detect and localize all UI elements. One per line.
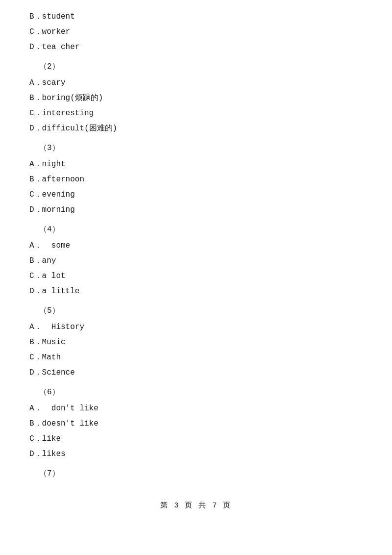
question-number: （7） <box>39 467 363 481</box>
option-item: A． History <box>29 320 363 334</box>
option-item: D．morning <box>29 203 363 217</box>
option-item: A． don't like <box>29 402 363 416</box>
question-number: （6） <box>39 385 363 400</box>
option-item: C．worker <box>29 25 363 39</box>
page-footer: 第 3 页 共 7 页 <box>29 501 363 510</box>
option-item: C．Math <box>29 351 363 365</box>
option-item: C．a lot <box>29 269 363 283</box>
option-item: B．Music <box>29 335 363 350</box>
question-number: （2） <box>39 60 363 74</box>
option-item: C．evening <box>29 188 363 202</box>
option-item: C．like <box>29 432 363 446</box>
question-number: （5） <box>39 304 363 318</box>
option-item: B．boring(烦躁的) <box>29 91 363 105</box>
option-item: D．difficult(困难的) <box>29 122 363 136</box>
option-item: B．student <box>29 10 363 24</box>
question-number: （4） <box>39 223 363 237</box>
option-item: C．interesting <box>29 106 363 121</box>
question-number: （3） <box>39 141 363 155</box>
option-item: B．doesn't like <box>29 417 363 431</box>
option-item: A． some <box>29 239 363 253</box>
option-item: D．a little <box>29 284 363 299</box>
option-item: B．afternoon <box>29 173 363 187</box>
option-item: D．likes <box>29 447 363 461</box>
main-content: B．studentC．workerD．tea cher（2）A．scaryB．b… <box>29 10 363 510</box>
option-item: A．scary <box>29 76 363 90</box>
option-item: B．any <box>29 254 363 268</box>
option-item: A．night <box>29 157 363 172</box>
option-item: D．Science <box>29 366 363 380</box>
option-item: D．tea cher <box>29 40 363 54</box>
